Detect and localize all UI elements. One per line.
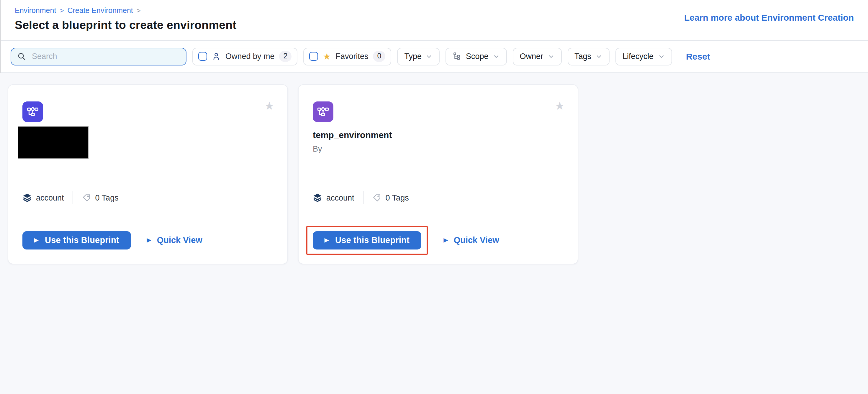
header-text-block: Environment > Create Environment > Selec…: [15, 6, 236, 32]
quick-view-label: Quick View: [157, 235, 203, 245]
card-meta-row: account 0 Tags: [23, 191, 119, 204]
play-icon: ▶: [147, 237, 151, 243]
quick-view-label: Quick View: [454, 235, 499, 245]
play-icon: ▶: [444, 237, 448, 243]
card-actions-row: ▶ Use this Blueprint ▶ Quick View: [16, 225, 203, 255]
screenshot-stage: Environment > Create Environment > Selec…: [0, 0, 868, 394]
redacted-blueprint-name: [18, 126, 89, 159]
tags-count-label: 0 Tags: [95, 193, 119, 202]
chevron-down-icon: [493, 53, 500, 60]
blueprint-author: By: [313, 144, 322, 153]
quick-view-link[interactable]: ▶ Quick View: [147, 235, 203, 245]
owned-by-me-checkbox[interactable]: [198, 52, 207, 61]
search-icon: [17, 52, 26, 61]
use-this-blueprint-button[interactable]: ▶ Use this Blueprint: [23, 231, 131, 249]
chevron-down-icon: [658, 53, 665, 60]
breadcrumb-separator: >: [136, 6, 141, 15]
favorites-filter[interactable]: ★ Favorites 0: [304, 47, 392, 65]
play-icon: ▶: [34, 237, 38, 243]
search-input[interactable]: [31, 51, 180, 61]
tags-count-label: 0 Tags: [385, 193, 409, 202]
card-actions-row: ▶ Use this Blueprint ▶ Quick View: [306, 225, 499, 255]
use-this-blueprint-label: Use this Blueprint: [45, 235, 119, 245]
reset-button[interactable]: Reset: [686, 51, 710, 61]
favorites-checkbox[interactable]: [309, 52, 318, 61]
lifecycle-dropdown[interactable]: Lifecycle: [615, 47, 672, 65]
layers-icon: [23, 193, 32, 202]
blueprint-name: temp_environment: [313, 130, 392, 140]
favorites-star-icon: ★: [323, 52, 331, 61]
tag-icon: [82, 193, 91, 202]
blueprint-card-1: ★ account 0 Tags: [8, 84, 288, 264]
meta-divider: [363, 191, 364, 204]
meta-divider: [73, 191, 73, 204]
tag-icon: [373, 193, 381, 202]
owned-by-me-filter[interactable]: Owned by me 2: [192, 47, 298, 65]
owner-dropdown[interactable]: Owner: [513, 47, 562, 65]
quick-view-link[interactable]: ▶ Quick View: [444, 235, 499, 245]
person-icon: [212, 52, 221, 61]
use-this-blueprint-button[interactable]: ▶ Use this Blueprint: [313, 231, 421, 249]
scope-dropdown-label: Scope: [466, 52, 489, 61]
chevron-down-icon: [595, 53, 602, 60]
owned-by-me-count-badge: 2: [279, 51, 292, 62]
type-dropdown-label: Type: [404, 52, 422, 61]
chevron-down-icon: [426, 53, 433, 60]
breadcrumb-create-environment[interactable]: Create Environment: [67, 6, 133, 15]
hierarchy-icon: [453, 52, 462, 61]
red-highlight-box: ▶ Use this Blueprint: [306, 226, 428, 255]
owned-by-me-label: Owned by me: [225, 52, 275, 61]
blueprint-card-2: ★ temp_environment By account: [298, 84, 578, 264]
favorites-label: Favorites: [336, 52, 368, 61]
type-dropdown[interactable]: Type: [397, 47, 440, 65]
favorite-star-icon[interactable]: ★: [265, 100, 274, 111]
chevron-down-icon: [547, 53, 554, 60]
tags-dropdown[interactable]: Tags: [567, 47, 610, 65]
tags-dropdown-label: Tags: [575, 52, 591, 61]
scope-label: account: [326, 193, 354, 202]
card-meta-row: account 0 Tags: [313, 191, 409, 204]
scope-dropdown[interactable]: Scope: [446, 47, 507, 65]
blueprint-icon: [313, 101, 333, 122]
layers-icon: [313, 193, 322, 202]
use-this-blueprint-label: Use this Blueprint: [335, 235, 409, 245]
favorite-star-icon[interactable]: ★: [555, 100, 565, 111]
blueprint-list: ★ account 0 Tags: [0, 72, 868, 394]
lifecycle-dropdown-label: Lifecycle: [623, 52, 653, 61]
page-header: Environment > Create Environment > Selec…: [0, 0, 868, 41]
play-icon: ▶: [324, 237, 329, 243]
filter-bar: Owned by me 2 ★ Favorites 0 Type: [0, 41, 868, 72]
breadcrumb-environment[interactable]: Environment: [15, 6, 56, 15]
search-box[interactable]: [11, 47, 186, 65]
owner-dropdown-label: Owner: [520, 52, 544, 61]
page-title: Select a blueprint to create environment: [15, 18, 236, 32]
left-edge-strip: [0, 0, 1, 73]
blueprint-icon: [23, 101, 43, 122]
page: Environment > Create Environment > Selec…: [0, 0, 868, 394]
breadcrumb-separator: >: [60, 6, 64, 15]
favorites-count-badge: 0: [373, 51, 385, 62]
scope-label: account: [36, 193, 64, 202]
learn-more-link[interactable]: Learn more about Environment Creation: [684, 12, 854, 23]
breadcrumb: Environment > Create Environment >: [15, 6, 236, 15]
